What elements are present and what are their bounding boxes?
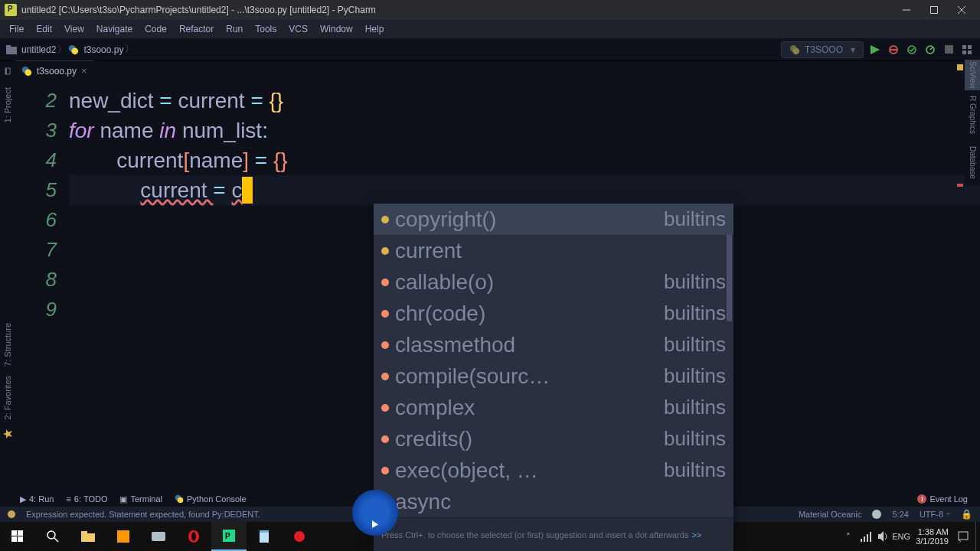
coverage-button[interactable] — [905, 43, 919, 57]
run-button[interactable] — [868, 43, 882, 57]
maximize-button[interactable] — [920, 0, 948, 20]
rgraphics-tab[interactable]: R Graphics — [965, 92, 980, 138]
autocomplete-hint: Press Ctrl+. to choose the selected (or … — [374, 517, 733, 551]
line-number[interactable]: 7 — [15, 235, 57, 265]
code-line[interactable]: new_dict = current = {} — [69, 86, 980, 116]
database-tab[interactable]: Database — [965, 139, 980, 185]
svg-rect-47 — [867, 534, 868, 542]
breadcrumb-file[interactable]: t3sooo.py — [83, 44, 123, 55]
menu-edit[interactable]: Edit — [30, 22, 58, 36]
menu-view[interactable]: View — [58, 22, 90, 36]
terminal-toolwindow-tab[interactable]: ▣ Terminal — [115, 494, 167, 504]
error-marker[interactable] — [957, 184, 963, 187]
autocomplete-item[interactable]: chr(code)builtins — [374, 298, 733, 329]
status-message: Expression expected. Statement expected,… — [26, 510, 260, 519]
warning-marker[interactable] — [957, 64, 963, 70]
close-button[interactable] — [948, 0, 975, 20]
encoding-indicator[interactable]: UTF-8 — [920, 510, 943, 519]
autocomplete-item[interactable]: credits()builtins — [374, 423, 733, 455]
svg-text:P: P — [225, 532, 230, 540]
run-toolwindow-tab[interactable]: ▶ 4: Run — [15, 494, 58, 504]
debug-button[interactable] — [887, 43, 900, 57]
menu-run[interactable]: Run — [220, 22, 249, 36]
intention-bulb-icon[interactable] — [8, 510, 15, 518]
code-line[interactable]: for name in num_list: — [69, 116, 980, 145]
event-log-tab[interactable]: ! Event Log — [913, 494, 972, 504]
code-line[interactable]: current[name] = {} — [69, 145, 980, 175]
line-number[interactable]: 5 — [15, 175, 57, 205]
taskbar-opera[interactable] — [176, 522, 211, 551]
show-desktop-button[interactable] — [975, 522, 980, 551]
caret-position[interactable]: 5:24 — [892, 510, 908, 519]
svg-marker-25 — [3, 429, 12, 439]
line-number[interactable]: 6 — [15, 205, 57, 235]
editor-tab[interactable]: t3sooo.py × — [15, 60, 93, 82]
line-number[interactable]: 4 — [15, 145, 57, 175]
todo-toolwindow-tab[interactable]: ≡ 6: TODO — [61, 494, 112, 504]
tray-notifications-icon[interactable] — [956, 529, 971, 544]
lock-icon[interactable]: 🔒 — [961, 509, 972, 520]
autocomplete-item[interactable]: classmethodbuiltins — [374, 329, 733, 360]
taskbar-file-explorer[interactable] — [70, 522, 106, 551]
menu-file[interactable]: File — [3, 22, 30, 36]
line-number-gutter[interactable]: 2 3 4 5 6 7 8 9 — [15, 83, 69, 494]
tray-clock[interactable]: 1:38 AM3/1/2019 — [911, 527, 953, 546]
python-file-icon — [68, 44, 79, 55]
menu-vcs[interactable]: VCS — [283, 22, 314, 36]
menu-window[interactable]: Window — [314, 22, 359, 36]
autocomplete-item[interactable]: copyright()builtins — [374, 204, 733, 235]
breadcrumb-project[interactable]: untitled2 — [21, 44, 56, 55]
svg-rect-4 — [6, 47, 17, 54]
tray-network-icon[interactable] — [858, 529, 874, 544]
tray-language[interactable]: ENG — [893, 529, 909, 544]
menu-navigate[interactable]: Navigate — [90, 22, 139, 36]
svg-rect-45 — [861, 539, 862, 542]
project-toolwindow-tab[interactable]: 1: Project — [0, 83, 15, 127]
menu-refactor[interactable]: Refactor — [173, 22, 220, 36]
code-editor[interactable]: 2 3 4 5 6 7 8 9 new_dict = current = {} … — [15, 83, 980, 494]
line-number[interactable]: 2 — [15, 86, 57, 116]
tray-volume-icon[interactable] — [876, 529, 891, 544]
validation-stripe[interactable] — [957, 60, 965, 473]
minimize-button[interactable] — [893, 0, 920, 20]
close-tab-button[interactable]: × — [81, 65, 87, 77]
autocomplete-item[interactable]: exec(object, …builtins — [374, 455, 733, 486]
autocomplete-item[interactable]: callable(o)builtins — [374, 266, 733, 298]
taskbar-sublime[interactable] — [106, 522, 141, 551]
start-button[interactable] — [0, 522, 35, 551]
line-number[interactable]: 9 — [15, 295, 57, 324]
tray-expand-icon[interactable]: ˄ — [841, 529, 856, 544]
taskbar-notepad[interactable] — [247, 522, 282, 551]
collapse-left-sidebar-button[interactable] — [0, 60, 15, 82]
search-everywhere-button[interactable] — [960, 43, 974, 57]
line-number[interactable]: 3 — [15, 116, 57, 145]
stop-button[interactable] — [942, 43, 956, 57]
autocomplete-item[interactable]: compile(sourc…builtins — [374, 360, 733, 392]
taskbar-pycharm[interactable]: P — [211, 522, 247, 551]
theme-indicator[interactable]: Material Oceanic — [799, 510, 862, 519]
breadcrumb[interactable]: untitled2 〉 t3sooo.py 〉 — [6, 43, 134, 56]
menu-help[interactable]: Help — [359, 22, 390, 36]
search-button[interactable] — [35, 522, 70, 551]
code-line-current[interactable]: current = c — [69, 175, 980, 205]
menu-code[interactable]: Code — [139, 22, 173, 36]
python-console-tab[interactable]: Python Console — [170, 494, 251, 504]
completion-name: async — [395, 487, 726, 517]
code-area[interactable]: new_dict = current = {} for name in num_… — [69, 83, 980, 494]
completion-kind-icon — [381, 279, 389, 286]
hint-link[interactable]: >> — [688, 530, 701, 540]
svg-rect-48 — [870, 532, 871, 542]
taskbar-app[interactable] — [141, 522, 176, 551]
run-config-selector[interactable]: T3SOOO ▾ — [781, 41, 864, 58]
favorites-toolwindow-tab[interactable]: 2: Favorites — [0, 371, 15, 424]
taskbar-recorder[interactable] — [282, 522, 317, 551]
autocomplete-item[interactable]: current — [374, 235, 733, 266]
line-number[interactable]: 8 — [15, 265, 57, 295]
sciview-tab[interactable]: SciView — [965, 60, 980, 90]
autocomplete-item[interactable]: complexbuiltins — [374, 392, 733, 423]
menu-tools[interactable]: Tools — [249, 22, 283, 36]
structure-toolwindow-tab[interactable]: 7: Structure — [0, 318, 15, 371]
profiler-button[interactable] — [923, 43, 937, 57]
svg-point-32 — [47, 531, 55, 539]
autocomplete-item[interactable]: async — [374, 486, 733, 517]
